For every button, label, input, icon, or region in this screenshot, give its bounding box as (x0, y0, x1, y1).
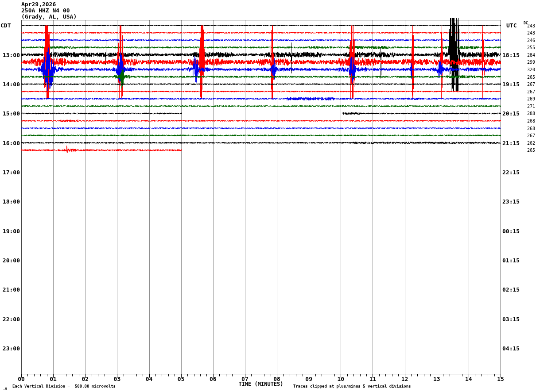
right-hour-label: 21:15 (502, 140, 520, 146)
dc-value: 271 (522, 104, 535, 109)
dc-value: 265 (522, 148, 535, 153)
dc-value: 288 (522, 111, 535, 116)
scale-note: Each Vertical Division = 500.00 microvol… (12, 384, 116, 388)
left-hour-label: 19:00 (0, 228, 20, 234)
left-timezone-label: CDT (0, 22, 11, 29)
dc-value: 267 (522, 133, 535, 138)
dc-value: 268 (522, 126, 535, 131)
right-hour-label: 22:15 (502, 169, 520, 176)
dc-value: 243 (522, 31, 535, 35)
dc-value: 243 (522, 23, 535, 28)
left-hour-label: 17:00 (0, 169, 20, 176)
right-timezone-label: UTC (506, 22, 517, 29)
helicorder-canvas (0, 0, 536, 392)
dc-value: 255 (522, 45, 535, 50)
right-hour-label: 18:15 (502, 52, 520, 58)
dc-value: 246 (522, 38, 535, 43)
right-hour-label: 04:15 (502, 345, 520, 352)
dc-value: 299 (522, 60, 535, 65)
helicorder-page: Apr29,2026 250A HHZ N4 00 (Grady, AL, US… (0, 0, 536, 392)
right-hour-label: 02:15 (502, 286, 520, 293)
title-station: 250A HHZ N4 00 (21, 8, 70, 14)
dc-value: 269 (522, 96, 535, 101)
footer-marker: .M (3, 387, 7, 391)
dc-value: 267 (522, 89, 535, 94)
left-hour-label: 14:00 (0, 81, 20, 88)
dc-value: 268 (522, 119, 535, 123)
right-hour-label: 19:15 (502, 81, 520, 88)
right-hour-label: 20:15 (502, 110, 520, 117)
right-hour-label: 00:15 (502, 228, 520, 234)
dc-value: 267 (522, 82, 535, 87)
title-date: Apr29,2026 (21, 1, 56, 8)
left-hour-label: 16:00 (0, 140, 20, 146)
right-hour-label: 23:15 (502, 198, 520, 205)
dc-value: 320 (522, 67, 535, 72)
right-hour-label: 01:15 (502, 257, 520, 264)
left-hour-label: 15:00 (0, 110, 20, 117)
dc-value: 265 (522, 75, 535, 80)
dc-value: 284 (522, 53, 535, 58)
left-hour-label: 20:00 (0, 257, 20, 264)
left-hour-label: 21:00 (0, 286, 20, 293)
right-hour-label: 03:15 (502, 316, 520, 323)
clip-note: Traces clipped at plus/minus 5 vertical … (293, 384, 411, 388)
left-hour-label: 23:00 (0, 345, 20, 352)
left-hour-label: 18:00 (0, 198, 20, 205)
title-location: (Grady, AL, USA) (21, 14, 77, 20)
left-hour-label: 22:00 (0, 316, 20, 323)
dc-value: 262 (522, 141, 535, 146)
left-hour-label: 13:00 (0, 52, 20, 58)
